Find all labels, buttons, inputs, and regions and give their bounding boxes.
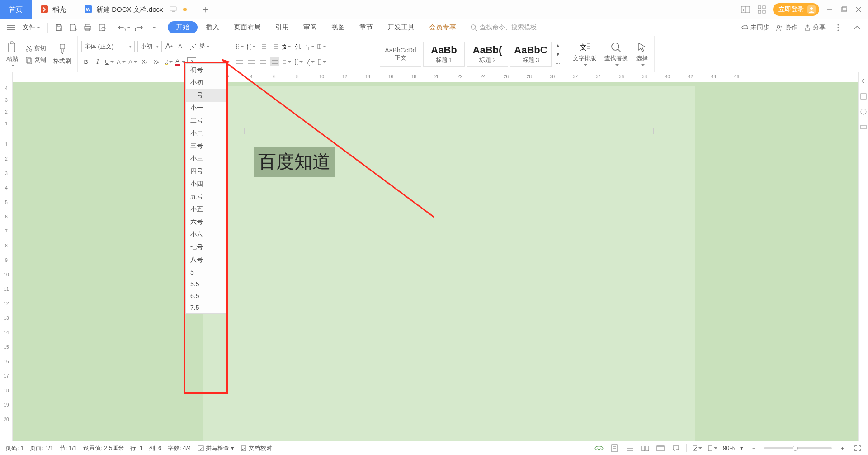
menutab-references[interactable]: 引用 (269, 21, 295, 33)
font-size-option[interactable]: 5 (186, 266, 226, 278)
side-tool3-icon[interactable] (859, 122, 868, 132)
view-web-icon[interactable] (656, 443, 665, 453)
styles-up-button[interactable]: ▴ (553, 41, 562, 50)
side-tool2-icon[interactable] (859, 107, 868, 117)
page[interactable]: 百度知道 (203, 86, 695, 441)
status-page[interactable]: 页面: 1/1 (30, 444, 53, 452)
paste-button[interactable]: 粘贴 (4, 38, 21, 70)
font-size-option[interactable]: 四号 (186, 165, 226, 178)
font-size-option[interactable]: 小五 (186, 203, 226, 216)
save-icon[interactable] (52, 21, 65, 34)
horizontal-ruler[interactable]: 2468101214161820222426283032343638404244… (13, 72, 858, 82)
more-menu-icon[interactable] (832, 21, 844, 34)
shading-button[interactable] (306, 57, 315, 66)
status-setting[interactable]: 设置值: 2.5厘米 (83, 444, 124, 452)
login-button[interactable]: 立即登录 (773, 3, 819, 16)
font-size-option[interactable]: 5.5 (186, 278, 226, 290)
window-minimize-button[interactable] (826, 5, 834, 14)
font-size-option[interactable]: 小四 (186, 178, 226, 190)
font-size-dropdown[interactable]: 初号小初一号小一二号小二三号小三四号小四五号小五六号小六七号八号55.56.57… (185, 63, 226, 314)
status-spellcheck[interactable]: 拼写检查▾ (198, 444, 234, 452)
side-tool1-icon[interactable] (859, 91, 868, 101)
file-menu[interactable]: 文件 (20, 23, 43, 33)
align-left-button[interactable] (235, 57, 244, 66)
text-effect-button[interactable]: A (128, 57, 137, 66)
font-size-option[interactable]: 一号 (186, 89, 226, 102)
menutab-view[interactable]: 视图 (325, 21, 351, 33)
comment-mode-icon[interactable] (671, 443, 681, 453)
share-button[interactable]: 分享 (804, 24, 826, 32)
copy-button[interactable]: 复制 (24, 55, 48, 65)
side-expand-icon[interactable] (859, 76, 868, 86)
clear-format-button[interactable] (188, 42, 197, 51)
status-col[interactable]: 列: 6 (149, 444, 161, 452)
underline-button[interactable]: U (105, 57, 114, 66)
font-size-option[interactable]: 小六 (186, 228, 226, 241)
style-card-2[interactable]: AaBb(标题 2 (467, 42, 508, 67)
text-layout-button[interactable]: 文 文字排版 (570, 41, 599, 68)
menutab-start[interactable]: 开始 (168, 21, 198, 33)
italic-button[interactable]: I (93, 57, 102, 66)
font-size-option[interactable]: 7.5 (186, 302, 226, 313)
new-tab-button[interactable]: ＋ (196, 0, 215, 19)
superscript-button[interactable]: X2 (140, 57, 149, 66)
tab-home[interactable]: 首页 (0, 0, 32, 19)
borders-button[interactable] (317, 57, 326, 66)
zoom-value[interactable]: 90% (723, 445, 735, 451)
increase-indent-button[interactable] (270, 42, 279, 51)
eye-mode-icon[interactable] (594, 443, 604, 453)
font-size-option[interactable]: 三号 (186, 140, 226, 152)
cut-button[interactable]: 剪切 (24, 43, 48, 53)
format-painter-button[interactable]: 格式刷 (51, 38, 74, 70)
quick-access-more[interactable] (147, 21, 160, 34)
menutab-vip[interactable]: 会员专享 (423, 21, 462, 33)
styles-down-button[interactable]: ▾ (553, 50, 562, 59)
print-preview-icon[interactable] (96, 21, 108, 34)
bold-button[interactable]: B (81, 57, 90, 66)
font-size-option[interactable]: 五号 (186, 190, 226, 203)
undo-button[interactable] (118, 21, 131, 34)
style-card-0[interactable]: AaBbCcDd正文 (380, 42, 421, 67)
font-size-combo[interactable]: 小初▾ (137, 41, 162, 52)
phonetic-guide-button[interactable]: 燮 (200, 42, 209, 51)
view-outline-icon[interactable] (625, 443, 635, 453)
font-size-option[interactable]: 小二 (186, 127, 226, 140)
font-size-option[interactable]: 小三 (186, 152, 226, 165)
zoom-mode-icon[interactable] (708, 443, 717, 453)
window-maximize-button[interactable] (840, 5, 848, 14)
tab-shell[interactable]: 稻壳 (32, 0, 75, 19)
print-icon[interactable] (81, 21, 94, 34)
collapse-ribbon-button[interactable] (851, 21, 863, 34)
menutab-devtools[interactable]: 开发工具 (381, 21, 421, 33)
highlight-button[interactable] (164, 57, 173, 66)
font-size-option[interactable]: 初号 (186, 64, 226, 76)
fullscreen-button[interactable] (853, 443, 863, 453)
unsync-button[interactable]: 未同步 (741, 24, 769, 32)
hamburger-icon[interactable] (5, 21, 17, 34)
styles-more-button[interactable]: ⋯ (553, 59, 562, 68)
align-distribute-button[interactable] (282, 57, 291, 66)
show-marks-button[interactable] (306, 42, 315, 51)
font-size-option[interactable]: 六号 (186, 216, 226, 228)
align-right-button[interactable] (259, 57, 268, 66)
view-read-icon[interactable] (640, 443, 650, 453)
menutab-review[interactable]: 审阅 (297, 21, 323, 33)
font-size-option[interactable]: 八号 (186, 254, 226, 266)
display-mode-icon[interactable] (170, 6, 177, 13)
selected-text[interactable]: 百度知道 (254, 147, 335, 177)
tab-document[interactable]: W 新建 DOCX 文档.docx (75, 0, 196, 19)
align-center-button[interactable] (247, 57, 256, 66)
zoom-thumb[interactable] (793, 446, 798, 451)
view-page-icon[interactable] (609, 443, 619, 453)
decrease-indent-button[interactable] (259, 42, 268, 51)
menutab-pagelayout[interactable]: 页面布局 (227, 21, 267, 33)
zoom-slider[interactable] (764, 447, 832, 449)
menutab-insert[interactable]: 插入 (199, 21, 226, 33)
find-replace-button[interactable]: 查找替换 (602, 41, 631, 68)
save-as-icon[interactable] (67, 21, 80, 34)
align-justify-button[interactable] (270, 57, 279, 66)
font-size-option[interactable]: 6.5 (186, 290, 226, 302)
style-card-1[interactable]: AaBb标题 1 (423, 42, 465, 67)
bullets-button[interactable] (235, 42, 244, 51)
font-size-option[interactable]: 二号 (186, 114, 226, 127)
